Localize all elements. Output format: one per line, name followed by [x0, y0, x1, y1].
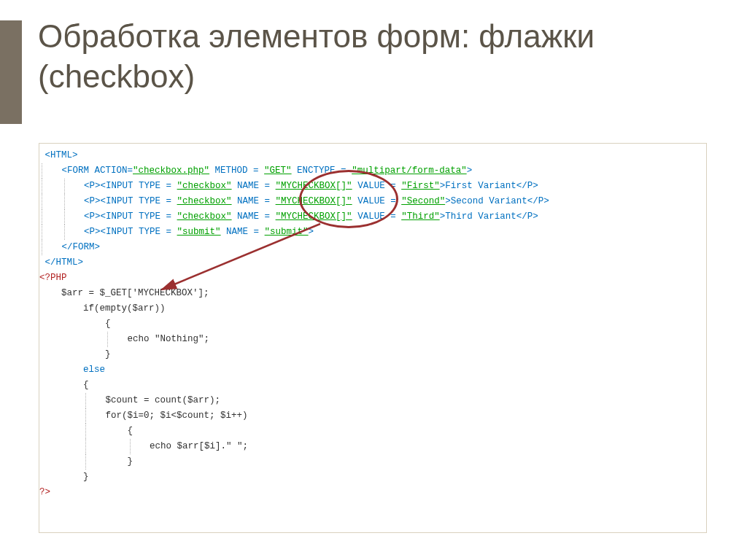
- code-line: }: [83, 472, 89, 482]
- code-line: for($i=0; $i<$count; $i++): [106, 411, 248, 421]
- code-line: }: [105, 349, 111, 359]
- code-block: <HTML> <FORM ACTION="checkbox.php" METHO…: [39, 148, 549, 500]
- code-line: if(empty($arr)): [83, 303, 166, 314]
- code-line: ?>: [39, 487, 50, 497]
- code-line: {: [105, 319, 111, 329]
- slide-title: Обработка элементов форм: флажки (checkb…: [38, 16, 694, 96]
- code-line: {: [83, 380, 89, 390]
- code-screenshot: <HTML> <FORM ACTION="checkbox.php" METHO…: [39, 143, 707, 533]
- code-line: echo "Nothing";: [128, 334, 210, 344]
- code-line: </FORM>: [62, 242, 101, 252]
- code-line: {: [128, 426, 133, 436]
- code-line: echo $arr[$i]." ";: [150, 441, 248, 451]
- code-line: }: [128, 456, 133, 467]
- code-line: <FORM ACTION=: [62, 166, 133, 176]
- code-line: <?PHP: [39, 273, 67, 283]
- code-line: </HTML>: [45, 257, 84, 268]
- code-line: <P><INPUT TYPE =: [84, 181, 177, 191]
- code-line: <P><INPUT TYPE =: [84, 196, 177, 206]
- code-line: else: [83, 365, 105, 375]
- code-line: $count = count($arr);: [106, 395, 221, 405]
- accent-bar: [0, 20, 22, 124]
- code-line: <HTML>: [45, 150, 78, 160]
- presentation-slide: Обработка элементов форм: флажки (checkb…: [0, 0, 747, 560]
- code-line: <P><INPUT TYPE =: [84, 227, 177, 237]
- code-line: $arr = $_GET['MYCHECKBOX'];: [61, 288, 209, 298]
- code-line: <P><INPUT TYPE =: [84, 211, 177, 222]
